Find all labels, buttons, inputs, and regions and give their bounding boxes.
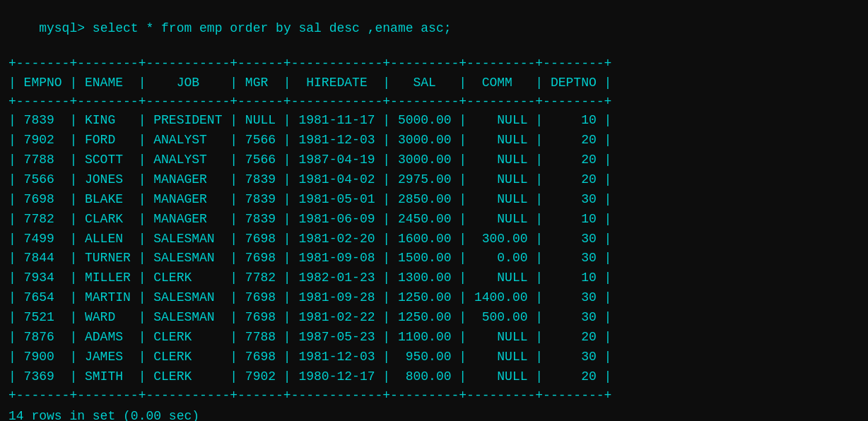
table-row: | 7934 | MILLER | CLERK | 7782 | 1982-01… [8, 268, 860, 288]
table-row: | 7839 | KING | PRESIDENT | NULL | 1981-… [8, 111, 860, 131]
table-row: | 7654 | MARTIN | SALESMAN | 7698 | 1981… [8, 288, 860, 308]
mid-divider: +-------+--------+-----------+------+---… [8, 93, 860, 111]
top-divider: +-------+--------+-----------+------+---… [8, 55, 860, 73]
command-line: mysql> select * from emp order by sal de… [8, 7, 860, 49]
table-row: | 7844 | TURNER | SALESMAN | 7698 | 1981… [8, 249, 860, 268]
table-row: | 7499 | ALLEN | SALESMAN | 7698 | 1981-… [8, 230, 860, 249]
table-body: | 7839 | KING | PRESIDENT | NULL | 1981-… [8, 111, 860, 386]
table-row: | 7902 | FORD | ANALYST | 7566 | 1981-12… [8, 131, 860, 150]
table-row: | 7521 | WARD | SALESMAN | 7698 | 1981-0… [8, 308, 860, 328]
mysql-prompt: mysql> [39, 21, 85, 35]
table-row: | 7782 | CLARK | MANAGER | 7839 | 1981-0… [8, 210, 860, 230]
table-row: | 7788 | SCOTT | ANALYST | 7566 | 1987-0… [8, 150, 860, 170]
table-row: | 7900 | JAMES | CLERK | 7698 | 1981-12-… [8, 348, 860, 367]
table-row: | 7876 | ADAMS | CLERK | 7788 | 1987-05-… [8, 328, 860, 348]
terminal-window: mysql> select * from emp order by sal de… [8, 7, 860, 421]
sql-command: select * from emp order by sal desc ,ena… [85, 21, 451, 35]
table-row: | 7698 | BLAKE | MANAGER | 7839 | 1981-0… [8, 190, 860, 210]
table-row: | 7566 | JONES | MANAGER | 7839 | 1981-0… [8, 170, 860, 190]
bot-divider: +-------+--------+-----------+------+---… [8, 387, 860, 405]
result-count: 14 rows in set (0.00 sec) [8, 409, 860, 421]
table-row: | 7369 | SMITH | CLERK | 7902 | 1980-12-… [8, 367, 860, 387]
results-table: +-------+--------+-----------+------+---… [8, 55, 860, 405]
table-header: | EMPNO | ENAME | JOB | MGR | HIREDATE |… [8, 73, 860, 93]
